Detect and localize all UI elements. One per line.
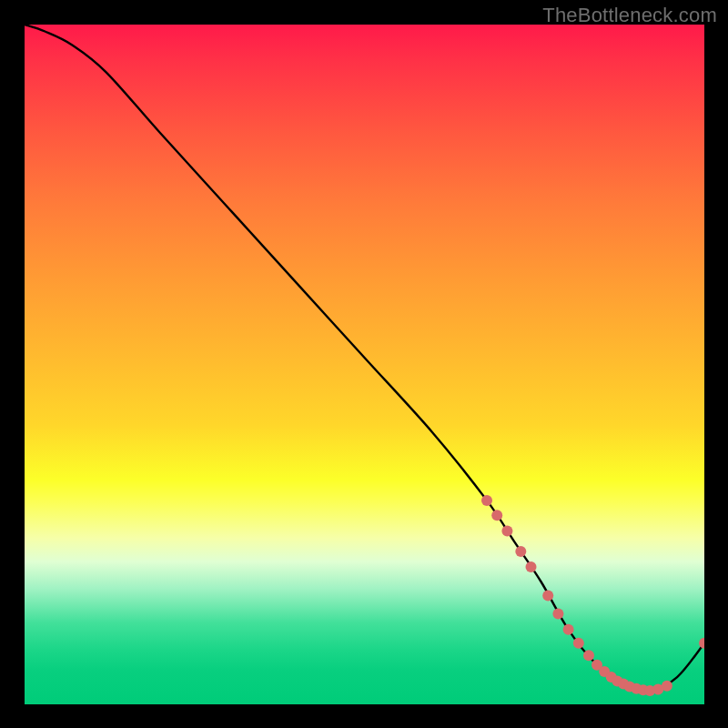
highlight-point: [542, 591, 553, 602]
bottleneck-curve: [25, 25, 704, 691]
highlight-point: [583, 650, 594, 661]
highlight-point: [526, 561, 537, 572]
highlight-point: [552, 609, 563, 620]
chart-svg: [25, 25, 704, 704]
highlight-point: [699, 638, 704, 649]
highlight-point: [573, 638, 584, 649]
highlight-point: [563, 624, 574, 635]
highlight-point: [501, 526, 512, 537]
highlight-point: [491, 510, 502, 521]
chart-frame: TheBottleneck.com: [0, 0, 728, 728]
highlight-point: [515, 546, 526, 557]
highlight-point: [662, 681, 672, 692]
plot-area: [25, 25, 704, 704]
highlight-point: [481, 495, 492, 506]
watermark-text: TheBottleneck.com: [542, 4, 717, 27]
highlight-points: [481, 495, 704, 696]
